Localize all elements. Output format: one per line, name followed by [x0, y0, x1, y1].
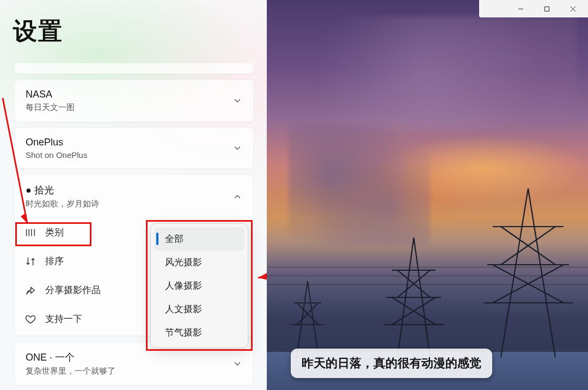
- provider-title: ONE · 一个: [26, 351, 232, 364]
- provider-card-partial[interactable]: [14, 63, 254, 74]
- provider-card-nasa[interactable]: NASA 每日天文一图: [14, 80, 254, 122]
- sub-item-label: 支持一下: [45, 313, 82, 325]
- share-icon: [24, 284, 36, 296]
- page-title: 设置: [13, 15, 63, 47]
- provider-title: NASA: [26, 89, 232, 100]
- provider-title: OnePlus: [26, 137, 232, 148]
- dropdown-option[interactable]: 风光摄影: [154, 251, 244, 274]
- dropdown-option[interactable]: 人像摄影: [154, 274, 244, 297]
- provider-sub: 每日天文一图: [26, 102, 232, 113]
- provider-sub: 复杂世界里，一个就够了: [26, 366, 232, 376]
- sub-item-label: 排序: [45, 255, 64, 267]
- chevron-down-icon: [232, 143, 242, 153]
- window-controls: [479, 0, 588, 17]
- photo-caption: 昨天的日落，真的很有动漫的感觉: [291, 349, 492, 378]
- svg-rect-4: [544, 7, 549, 11]
- close-button[interactable]: [560, 1, 586, 17]
- dropdown-option[interactable]: 人文摄影: [154, 297, 244, 321]
- chevron-down-icon: [232, 96, 242, 106]
- tower-silhouette: [289, 281, 327, 357]
- chevron-up-icon: [232, 192, 242, 202]
- dropdown-option[interactable]: 全部: [154, 227, 244, 251]
- sub-item-label: 类别: [45, 226, 64, 239]
- sub-item-label: 分享摄影作品: [45, 284, 101, 296]
- provider-card-oneplus[interactable]: OnePlus Shot on OnePlus: [14, 127, 254, 169]
- sort-icon: [24, 255, 36, 267]
- tower-silhouette: [381, 237, 446, 357]
- provider-sub: Shot on OnePlus: [26, 150, 232, 160]
- dropdown-option[interactable]: 节气摄影: [154, 321, 244, 344]
- provider-sub: 时光如歌，岁月如诗: [26, 199, 232, 209]
- minimize-button[interactable]: [507, 1, 534, 17]
- provider-title: ● 拾光: [26, 184, 232, 197]
- category-dropdown[interactable]: 全部 风光摄影 人像摄影 人文摄影 节气摄影: [150, 223, 248, 348]
- heart-icon: [24, 313, 36, 325]
- wallpaper-preview: [267, 0, 588, 390]
- provider-card-one[interactable]: ONE · 一个 复杂世界里，一个就够了: [14, 342, 254, 386]
- chevron-down-icon: [232, 359, 242, 369]
- maximize-button[interactable]: [534, 1, 560, 17]
- category-icon: [24, 227, 36, 239]
- tower-silhouette: [479, 188, 577, 357]
